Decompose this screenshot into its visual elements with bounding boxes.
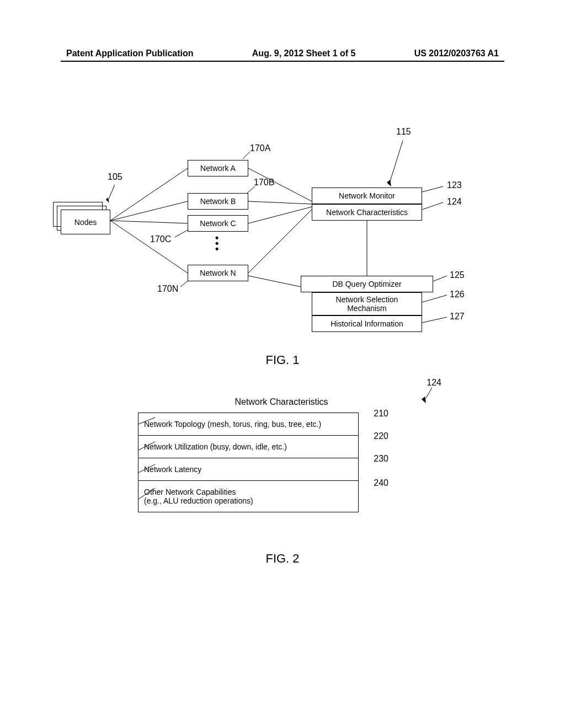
nodes-box: Nodes bbox=[61, 210, 110, 234]
label-170c: 170C bbox=[150, 234, 171, 244]
svg-line-16 bbox=[422, 186, 443, 192]
svg-line-14 bbox=[175, 229, 189, 237]
network-utilization-row: Network Utilization (busy, down, idle, e… bbox=[138, 436, 359, 458]
svg-line-18 bbox=[433, 276, 447, 281]
svg-line-20 bbox=[422, 317, 447, 323]
label-170b: 170B bbox=[254, 178, 274, 188]
network-characteristics-box: Network Characteristics bbox=[312, 204, 422, 221]
network-selection-box: Network Selection Mechanism bbox=[312, 292, 422, 315]
label-124: 124 bbox=[447, 197, 462, 207]
svg-line-10 bbox=[108, 185, 115, 201]
svg-line-2 bbox=[110, 221, 188, 223]
label-170n: 170N bbox=[157, 284, 178, 294]
label-240: 240 bbox=[374, 478, 388, 488]
fig1-connections bbox=[61, 127, 502, 358]
label-230: 230 bbox=[374, 454, 388, 464]
label-127: 127 bbox=[450, 312, 465, 322]
figure-2-title: FIG. 2 bbox=[265, 552, 299, 566]
network-c-box: Network C bbox=[188, 215, 248, 232]
figure-2: 124 Network Characteristics Network Topo… bbox=[138, 397, 425, 512]
label-115: 115 bbox=[396, 127, 411, 137]
header-divider bbox=[61, 61, 504, 62]
svg-line-5 bbox=[248, 201, 312, 204]
ellipsis-icon: ••• bbox=[215, 235, 218, 251]
label-220: 220 bbox=[374, 431, 388, 441]
page-header: Patent Application Publication Aug. 9, 2… bbox=[0, 49, 565, 58]
figure-1-title: FIG. 1 bbox=[265, 353, 299, 367]
capabilities-text-1: Other Network Capabilities bbox=[144, 488, 236, 496]
header-right: US 2012/0203763 A1 bbox=[414, 49, 499, 58]
figure-1: Nodes Network A Network B Network C ••• … bbox=[61, 127, 502, 347]
label-125: 125 bbox=[450, 270, 465, 280]
label-123: 123 bbox=[447, 180, 462, 190]
svg-line-7 bbox=[248, 210, 312, 273]
network-n-box: Network N bbox=[188, 265, 248, 281]
svg-line-12 bbox=[243, 152, 250, 159]
svg-line-19 bbox=[422, 295, 447, 302]
utilization-text: Network Utilization (busy, down, idle, e… bbox=[144, 442, 287, 451]
db-query-optimizer-box: DB Query Optimizer bbox=[301, 276, 433, 292]
svg-line-9 bbox=[248, 276, 301, 287]
label-124-fig2: 124 bbox=[427, 378, 441, 388]
header-center: Aug. 9, 2012 Sheet 1 of 5 bbox=[252, 49, 356, 58]
svg-line-3 bbox=[110, 221, 188, 273]
label-126: 126 bbox=[450, 290, 465, 299]
network-b-box: Network B bbox=[188, 193, 248, 210]
svg-line-6 bbox=[248, 207, 312, 223]
network-topology-row: Network Topology (mesh, torus, ring, bus… bbox=[138, 413, 359, 436]
label-170a: 170A bbox=[250, 143, 270, 153]
label-210: 210 bbox=[374, 409, 388, 419]
svg-line-1 bbox=[110, 201, 188, 221]
header-left: Patent Application Publication bbox=[66, 49, 194, 58]
label-105: 105 bbox=[108, 172, 122, 182]
label-124-text: 124 bbox=[427, 378, 441, 387]
network-monitor-box: Network Monitor bbox=[312, 188, 422, 204]
topology-text: Network Topology (mesh, torus, ring, bus… bbox=[144, 420, 321, 429]
svg-line-21 bbox=[424, 388, 432, 402]
latency-text: Network Latency bbox=[144, 465, 201, 474]
other-capabilities-row: Other Network Capabilities (e.g., ALU re… bbox=[138, 481, 359, 512]
network-latency-row: Network Latency 230 bbox=[138, 458, 359, 481]
network-a-box: Network A bbox=[188, 160, 248, 176]
svg-line-17 bbox=[422, 202, 443, 210]
capabilities-text-2: (e.g., ALU reduction operations) bbox=[144, 496, 253, 505]
fig2-heading: Network Characteristics bbox=[138, 397, 425, 407]
historical-info-box: Historical Information bbox=[312, 315, 422, 332]
svg-line-11 bbox=[389, 141, 403, 185]
